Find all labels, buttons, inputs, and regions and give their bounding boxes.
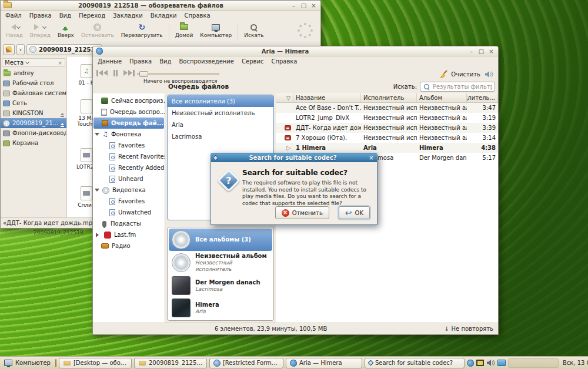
task-button-desktop[interactable]: [Desktop — обозревате... bbox=[59, 358, 132, 368]
slider-handle[interactable] bbox=[139, 71, 148, 77]
dialog-close-button[interactable]: × bbox=[368, 155, 375, 161]
sidebar-item-music-library[interactable]: ♫Фонотека bbox=[93, 129, 165, 140]
volume-button[interactable] bbox=[485, 71, 493, 78]
album-row[interactable]: HimeraAria bbox=[169, 297, 272, 319]
sidebar-item-trash[interactable]: Корзина bbox=[1, 138, 66, 148]
sidebar-item-recent-favorites[interactable]: Recent Favorites bbox=[93, 151, 165, 162]
menu-tabs[interactable]: Вкладки bbox=[151, 12, 177, 19]
close-button[interactable]: × bbox=[487, 48, 495, 55]
repeat-toggle[interactable]: ↓ Не повторять bbox=[444, 326, 493, 332]
path-segment-button[interactable]: 20090819_212518 bbox=[26, 44, 102, 55]
menu-tools[interactable]: Сервис bbox=[242, 58, 263, 65]
sidebar-item-unheard[interactable]: Unheard bbox=[93, 173, 165, 184]
clock[interactable]: Вск, 13 Сен, 17:18 bbox=[561, 360, 588, 366]
sidebar-item-favorites[interactable]: Favorites bbox=[93, 140, 165, 151]
table-row[interactable]: Ace Of Base - Don't T... Неизвестный исп… bbox=[276, 103, 498, 113]
artist-row[interactable]: Lacrimosa bbox=[168, 130, 273, 142]
album-row[interactable]: Der Morgen danachLacrimosa bbox=[169, 274, 272, 297]
sidebar-item-network[interactable]: Сеть bbox=[1, 98, 66, 108]
maximize-button[interactable]: □ bbox=[477, 48, 485, 55]
eject-icon[interactable] bbox=[61, 111, 64, 115]
back-button[interactable]: Назад bbox=[3, 22, 26, 39]
desktop-icon-label[interactable]: 20090819_212518 bbox=[34, 230, 83, 236]
menu-view[interactable]: Вид bbox=[59, 12, 71, 19]
sidebar-item-file-queue[interactable]: Очередь фай...(6) bbox=[93, 118, 164, 129]
menu-playback[interactable]: Воспроизведение bbox=[179, 58, 234, 65]
column-duration[interactable]: Длитель... bbox=[467, 93, 498, 102]
up-button[interactable]: Вверх bbox=[55, 22, 77, 39]
menu-bookmarks[interactable]: Закладки bbox=[113, 12, 143, 19]
maximize-button[interactable]: □ bbox=[300, 2, 308, 9]
table-row-current[interactable]: ▷ 1 Himera Aria Himera 4:38 bbox=[276, 143, 498, 153]
seek-slider[interactable] bbox=[137, 71, 219, 77]
artist-row[interactable]: Неизвестный исполнитель bbox=[168, 107, 273, 119]
sidebar-item-now-playing[interactable]: Сейчас воспроиз... bbox=[93, 95, 165, 106]
launcher-icon[interactable] bbox=[55, 359, 56, 367]
menu-view[interactable]: Вид bbox=[159, 58, 171, 65]
clear-button[interactable]: Очистить bbox=[439, 70, 480, 78]
sidebar-item-lastfm[interactable]: Last.fm bbox=[93, 229, 165, 240]
minimize-button[interactable]: – bbox=[467, 48, 475, 55]
task-button-browser[interactable]: [Restricted Formats/11.1... bbox=[209, 358, 283, 368]
minimize-button[interactable]: – bbox=[290, 2, 298, 9]
task-button-disc[interactable]: 20090819_212518 — об... bbox=[134, 358, 207, 368]
sidebar-item-filesystem[interactable]: Файловая система bbox=[1, 88, 66, 98]
task-button-codec-dialog[interactable]: Search for suitable codec? bbox=[365, 358, 465, 368]
search-input[interactable]: Результаты фильтрации bbox=[420, 82, 495, 92]
fm-titlebar[interactable]: 20090819_212518 — обозреватель файлов – … bbox=[1, 1, 320, 11]
reload-button[interactable]: ↻ Перезагрузить bbox=[118, 22, 166, 39]
expander-open-icon[interactable] bbox=[95, 133, 99, 138]
sidebar-item-video-favorites[interactable]: Favorites bbox=[93, 196, 165, 207]
cancel-button[interactable]: × Отменить bbox=[275, 206, 329, 219]
column-album[interactable]: Альбом bbox=[417, 93, 467, 102]
tray-aria-icon[interactable] bbox=[467, 360, 474, 367]
places-close-icon[interactable]: × bbox=[58, 60, 62, 66]
table-row[interactable]: 7 Хорошо (Юта). Неизвестный испо... Неиз… bbox=[276, 133, 498, 143]
sidebar-item-podcasts[interactable]: Подкасты bbox=[93, 218, 165, 229]
table-row[interactable]: ДДТ- Когда идет дождь Неизвестный испо..… bbox=[276, 123, 498, 133]
menu-file[interactable]: Файл bbox=[5, 12, 22, 19]
sidebar-item-desktop[interactable]: Рабочий стол bbox=[1, 78, 66, 88]
main-menu-button[interactable]: Компьютер bbox=[2, 360, 53, 366]
edit-location-button[interactable] bbox=[3, 44, 15, 55]
sidebar-item-video-library[interactable]: Видеотека bbox=[93, 184, 165, 196]
tray-window-icon[interactable] bbox=[497, 360, 506, 366]
sidebar-item-kingston[interactable]: KINGSTON bbox=[1, 108, 66, 118]
next-button[interactable] bbox=[123, 69, 135, 76]
computer-button[interactable]: Компьютер bbox=[197, 22, 235, 39]
menu-edit[interactable]: Правка bbox=[129, 58, 152, 65]
expander-open-icon[interactable] bbox=[95, 189, 99, 194]
ok-button[interactable]: ↩ OK bbox=[339, 206, 370, 219]
column-artist[interactable]: Исполнитель bbox=[361, 93, 417, 102]
menu-edit[interactable]: Правка bbox=[29, 12, 52, 19]
pause-button[interactable] bbox=[113, 69, 118, 76]
previous-button[interactable] bbox=[96, 69, 108, 76]
sidebar-item-play-queue[interactable]: Очередь воспро... bbox=[93, 106, 165, 118]
sidebar-item-disc-selected[interactable]: 20090819_21... bbox=[1, 118, 66, 128]
table-row[interactable]: LOTR2_Jump_DivX Неизвестный испо... Неиз… bbox=[276, 113, 498, 123]
player-titlebar[interactable]: Aria — Himera – □ × bbox=[93, 46, 498, 56]
sidebar-item-radio[interactable]: Радио bbox=[93, 240, 165, 251]
forward-button[interactable]: Вперед bbox=[27, 22, 54, 39]
home-button[interactable]: Домой bbox=[172, 22, 196, 39]
sidebar-item-unwatched[interactable]: Unwatched bbox=[93, 207, 165, 218]
menu-data[interactable]: Данные bbox=[98, 58, 122, 65]
places-header[interactable]: Места × bbox=[2, 58, 65, 67]
menu-help[interactable]: Справка bbox=[185, 12, 211, 19]
album-row-all[interactable]: Все альбомы (3) bbox=[169, 229, 272, 251]
sidebar-item-home[interactable]: andrey bbox=[1, 68, 66, 78]
tray-display-icon[interactable] bbox=[476, 360, 484, 366]
tray-volume-icon[interactable] bbox=[486, 359, 495, 367]
artist-row[interactable]: Aria bbox=[168, 119, 273, 130]
path-scroll-left-button[interactable]: ‹ bbox=[16, 44, 25, 55]
dialog-titlebar[interactable]: Search for suitable codec? × bbox=[211, 153, 377, 162]
column-title[interactable]: Название bbox=[293, 93, 361, 102]
column-sort[interactable]: ▽ bbox=[276, 93, 293, 102]
eject-icon[interactable] bbox=[61, 121, 64, 125]
album-row[interactable]: Неизвестный альбомНеизвестный исполнител… bbox=[169, 251, 272, 274]
sidebar-item-floppy[interactable]: Флоппи-дисковод bbox=[1, 128, 66, 138]
menu-help[interactable]: Справка bbox=[271, 58, 297, 65]
stop-button[interactable]: × Остановить bbox=[78, 22, 117, 39]
task-button-aria[interactable]: Aria — Himera bbox=[286, 358, 362, 368]
sidebar-item-recently-added[interactable]: Recently Added bbox=[93, 162, 165, 173]
